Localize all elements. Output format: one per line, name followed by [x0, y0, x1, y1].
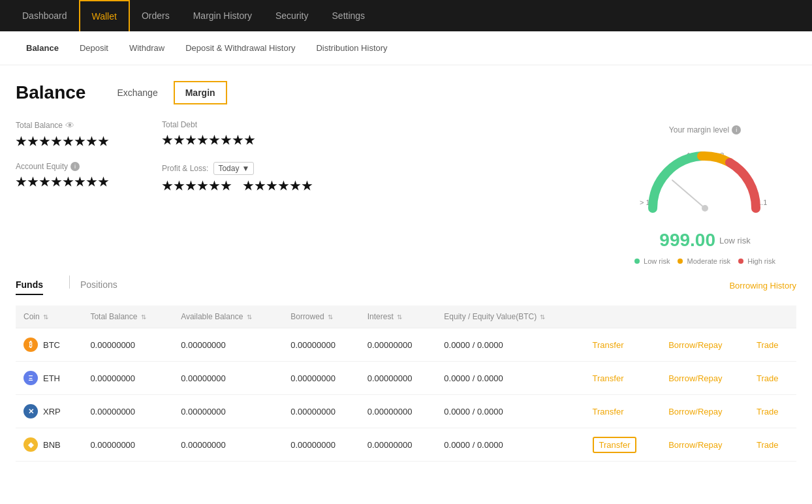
- page-title: Balance: [16, 82, 86, 103]
- legend-low-risk: Low risk: [634, 257, 670, 265]
- subnav-balance[interactable]: Balance: [16, 31, 69, 65]
- equity-bnb: 0.0000 / 0.0000: [436, 428, 584, 462]
- th-coin[interactable]: Coin ⇅: [16, 306, 82, 328]
- borrow-repay-xrp[interactable]: Borrow/Repay: [668, 407, 722, 417]
- nav-settings[interactable]: Settings: [320, 0, 377, 31]
- th-interest[interactable]: Interest ⇅: [360, 306, 437, 328]
- tab-positions[interactable]: Positions: [80, 276, 117, 295]
- subnav-dist-history[interactable]: Distribution History: [305, 31, 398, 65]
- funds-header: Funds Positions Borrowing History: [16, 276, 796, 295]
- pnl-value1: ★★★★★★: [162, 179, 232, 193]
- interest-bnb: 0.00000000: [360, 428, 437, 462]
- low-risk-dot: [634, 259, 640, 264]
- borrow-repay-bnb[interactable]: Borrow/Repay: [668, 440, 722, 450]
- svg-point-5: [702, 205, 708, 212]
- borrow-repay-btc[interactable]: Borrow/Repay: [668, 340, 722, 350]
- gauge-value: 999.00: [659, 230, 715, 251]
- sort-availbal-icon: ⇅: [247, 313, 252, 321]
- trade-xrp[interactable]: Trade: [757, 407, 778, 417]
- equity-eth: 0.0000 / 0.0000: [436, 362, 584, 395]
- sort-interest-icon: ⇅: [397, 313, 402, 321]
- balance-header: Balance Exchange Margin: [16, 81, 796, 104]
- tab-funds[interactable]: Funds: [16, 276, 43, 295]
- table-row: Ξ ETH 0.00000000 0.00000000 0.00000000 0…: [16, 362, 796, 395]
- transfer-xrp[interactable]: Transfer: [593, 407, 624, 417]
- nav-security[interactable]: Security: [264, 0, 320, 31]
- coin-cell-eth: Ξ ETH: [16, 362, 82, 395]
- borrowed-bnb: 0.00000000: [283, 428, 360, 462]
- borrowing-history-link[interactable]: Borrowing History: [729, 281, 796, 291]
- tab-margin[interactable]: Margin: [174, 81, 227, 104]
- tab-divider: [69, 276, 70, 289]
- coin-label-xrp: XRP: [43, 407, 61, 417]
- total-debt-block: Total Debt ★★★★★★★★: [162, 120, 256, 149]
- chevron-down-icon: ▼: [242, 164, 249, 173]
- coin-label-btc: BTC: [43, 340, 60, 350]
- borrowed-eth: 0.00000000: [283, 362, 360, 395]
- total-balance-value: ★★★★★★★★: [16, 134, 110, 149]
- table-header-row: Coin ⇅ Total Balance ⇅ Available Balance…: [16, 306, 796, 328]
- hide-balance-icon[interactable]: 👁: [65, 120, 74, 131]
- trade-btc[interactable]: Trade: [757, 340, 778, 350]
- gauge-area: Your margin level i > 1.5 1.5 1.3 1.1: [614, 120, 796, 265]
- pnl-row: Profit & Loss: Today ▼: [162, 162, 313, 175]
- total-balance-eth: 0.00000000: [82, 362, 173, 395]
- interest-xrp: 0.00000000: [360, 395, 437, 428]
- coin-cell-xrp: ✕ XRP: [16, 395, 82, 428]
- sort-equity-icon: ⇅: [540, 313, 545, 321]
- transfer-bnb[interactable]: Transfer: [593, 437, 637, 453]
- pnl-label: Profit & Loss:: [162, 164, 208, 173]
- account-equity-block: Account Equity i ★★★★★★★★: [16, 162, 110, 193]
- th-borrowed[interactable]: Borrowed ⇅: [283, 306, 360, 328]
- legend-high-risk: High risk: [738, 257, 775, 265]
- transfer-eth[interactable]: Transfer: [593, 373, 624, 383]
- moderate-risk-dot: [678, 259, 683, 264]
- nav-dashboard[interactable]: Dashboard: [10, 0, 79, 31]
- sort-borrowed-icon: ⇅: [328, 313, 333, 321]
- gauge-svg: > 1.5 1.5 1.3 1.1: [633, 140, 777, 225]
- coin-label-eth: ETH: [43, 373, 60, 383]
- th-total-balance[interactable]: Total Balance ⇅: [82, 306, 173, 328]
- nav-wallet[interactable]: Wallet: [79, 0, 130, 31]
- trade-bnb[interactable]: Trade: [757, 440, 778, 450]
- table-row: ✕ XRP 0.00000000 0.00000000 0.00000000 0…: [16, 395, 796, 428]
- total-balance-xrp: 0.00000000: [82, 395, 173, 428]
- pnl-value2: ★★★★★★: [243, 179, 313, 193]
- trade-eth[interactable]: Trade: [757, 373, 778, 383]
- stats-row-1: Total Balance 👁 ★★★★★★★★ Total Debt ★★★★…: [16, 120, 614, 149]
- gauge-info-icon[interactable]: i: [732, 125, 741, 134]
- total-balance-label: Total Balance 👁: [16, 120, 110, 131]
- pnl-filter[interactable]: Today ▼: [213, 162, 254, 175]
- subnav-withdraw[interactable]: Withdraw: [119, 31, 175, 65]
- legend-moderate-risk: Moderate risk: [678, 257, 730, 265]
- coin-label-bnb: BNB: [43, 440, 61, 450]
- tab-exchange[interactable]: Exchange: [106, 81, 168, 104]
- total-balance-bnb: 0.00000000: [82, 428, 173, 462]
- subnav-deposit[interactable]: Deposit: [69, 31, 119, 65]
- account-equity-info-icon[interactable]: i: [70, 162, 80, 171]
- subnav-dw-history[interactable]: Deposit & Withdrawal History: [175, 31, 305, 65]
- funds-table: Coin ⇅ Total Balance ⇅ Available Balance…: [16, 306, 796, 462]
- gauge-legend: Low risk Moderate risk High risk: [634, 257, 775, 265]
- balance-tabs: Exchange Margin: [106, 81, 226, 104]
- available-balance-eth: 0.00000000: [173, 362, 283, 395]
- table-row: ₿ BTC 0.00000000 0.00000000 0.00000000 0…: [16, 328, 796, 362]
- th-available-balance[interactable]: Available Balance ⇅: [173, 306, 283, 328]
- borrow-repay-eth[interactable]: Borrow/Repay: [668, 373, 722, 383]
- nav-orders[interactable]: Orders: [130, 0, 181, 31]
- transfer-btc[interactable]: Transfer: [593, 340, 624, 350]
- coin-icon-eth: Ξ: [23, 371, 38, 385]
- sort-totalbal-icon: ⇅: [141, 313, 146, 321]
- profit-loss-block: Profit & Loss: Today ▼ ★★★★★★ ★★★★★★: [162, 162, 313, 193]
- nav-margin-history[interactable]: Margin History: [181, 0, 264, 31]
- sub-nav: Balance Deposit Withdraw Deposit & Withd…: [0, 31, 812, 65]
- coin-cell-btc: ₿ BTC: [16, 328, 82, 362]
- borrowed-xrp: 0.00000000: [283, 395, 360, 428]
- funds-section: Funds Positions Borrowing History Coin ⇅…: [16, 276, 796, 462]
- equity-xrp: 0.0000 / 0.0000: [436, 395, 584, 428]
- account-equity-value: ★★★★★★★★: [16, 175, 110, 189]
- coin-icon-btc: ₿: [23, 338, 38, 352]
- th-equity[interactable]: Equity / Equity Value(BTC) ⇅: [436, 306, 584, 328]
- stats-row-2: Account Equity i ★★★★★★★★ Profit & Loss:…: [16, 162, 614, 193]
- available-balance-bnb: 0.00000000: [173, 428, 283, 462]
